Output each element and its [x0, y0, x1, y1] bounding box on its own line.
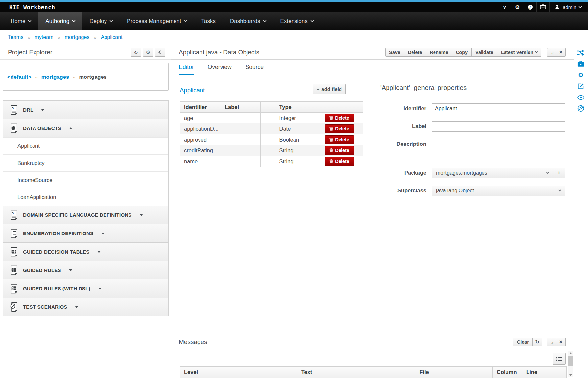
collapse-panel-button[interactable] [155, 48, 165, 57]
delete-field-button[interactable]: Delete [325, 146, 354, 155]
caret-down-icon [140, 214, 143, 216]
add-field-button[interactable]: + add field [313, 84, 346, 94]
nav-item-home[interactable]: Home [3, 12, 38, 30]
gear-icon[interactable]: ⚙ [577, 72, 584, 78]
about-button[interactable]: i [524, 2, 536, 12]
expand-messages-button[interactable]: ↔ [547, 338, 556, 346]
vertical-scrollbar[interactable] [568, 351, 573, 377]
copy-button[interactable]: Copy [452, 48, 472, 57]
delete-field-button[interactable]: Delete [325, 135, 354, 144]
tab-overview[interactable]: Overview [208, 60, 232, 75]
repo-link[interactable]: <default> [7, 74, 31, 80]
breadcrumb-myteam[interactable]: myteam [35, 34, 53, 40]
caret-down-icon [69, 269, 72, 271]
nav-item-process-management[interactable]: Process Management [120, 12, 194, 30]
help-button[interactable]: ? [498, 2, 511, 12]
messages-title: Messages [179, 338, 207, 345]
table-row[interactable]: age Integer Delete [180, 113, 363, 123]
edit-icon[interactable] [577, 83, 584, 90]
settings-button[interactable]: ⚙ [511, 2, 524, 12]
briefcase-icon[interactable] [577, 60, 584, 67]
delete-field-button[interactable]: Delete [325, 124, 354, 133]
section-header-enumerations[interactable]: ENUMERATION DEFINITIONS [3, 224, 168, 242]
table-row[interactable]: name String Delete [180, 156, 363, 167]
close-messages-button[interactable]: × [556, 338, 566, 346]
refresh-icon: ↻ [535, 340, 539, 345]
caret-up-icon [69, 127, 72, 129]
capture-button[interactable] [536, 2, 549, 12]
nav-item-authoring[interactable]: Authoring [38, 12, 82, 30]
col-actions [316, 102, 363, 113]
col-file: File [415, 367, 493, 378]
user-name: admin [563, 4, 576, 10]
tab-editor[interactable]: Editor [179, 60, 194, 75]
list-item-bankruptcy[interactable]: Bankruptcy [3, 154, 168, 171]
validate-button[interactable]: Validate [471, 48, 497, 57]
section-header-guided-rules[interactable]: GUIDED RULES [3, 261, 168, 279]
section-header-guided-decision-tables[interactable]: GUIDED DECISION TABLES [3, 243, 168, 261]
list-item-incomesource[interactable]: IncomeSource [3, 171, 168, 189]
list-item-loanapplication[interactable]: LoanApplication [3, 189, 168, 206]
add-package-button[interactable]: + [553, 168, 565, 178]
section-header-test-scenarios[interactable]: TEST SCENARIOS [3, 298, 168, 316]
nav-item-tasks[interactable]: Tasks [194, 12, 223, 30]
scroll-up-arrow[interactable] [569, 352, 572, 354]
table-row[interactable]: creditRating String Delete [180, 145, 363, 156]
section-header-dsl[interactable]: R DOMAIN SPECIFIC LANGUAGE DEFINITIONS [3, 206, 168, 224]
superclass-select[interactable]: java.lang.Object [432, 186, 565, 196]
close-icon: × [559, 49, 563, 55]
section-header-drl[interactable]: R DRL [3, 101, 168, 119]
rename-button[interactable]: Rename [426, 48, 452, 57]
list-view-button[interactable] [553, 353, 566, 365]
fields-table-header-row: Identifier Label Type [180, 102, 363, 113]
table-row[interactable]: applicationD... Date Delete [180, 123, 363, 134]
project-link[interactable]: mortgages [41, 74, 69, 80]
general-properties-panel: 'Applicant'- general properties Identifi… [380, 75, 565, 335]
chevron-down-icon [110, 19, 113, 22]
user-menu[interactable]: admin [549, 2, 588, 12]
nav-item-deploy[interactable]: Deploy [82, 12, 120, 30]
expand-icon: ↔ [548, 338, 555, 345]
breadcrumb-mortgages[interactable]: mortgages [65, 34, 90, 40]
shuffle-icon[interactable] [577, 49, 584, 56]
explorer-settings-button[interactable]: ⚙ [143, 48, 153, 57]
package-select[interactable]: mortgages.mortgages [432, 168, 553, 178]
caret-down-icon [75, 306, 78, 308]
identifier-field[interactable] [432, 103, 565, 114]
scroll-down-arrow[interactable] [569, 374, 572, 376]
table-row[interactable]: approved Boolean Delete [180, 134, 363, 145]
trash-icon [329, 159, 333, 163]
breadcrumb-teams[interactable]: Teams [8, 34, 23, 40]
tab-source[interactable]: Source [246, 60, 264, 75]
section-header-guided-rules-dsl[interactable]: GUIDED RULES (WITH DSL) [3, 279, 168, 298]
refresh-messages-button[interactable]: ↻ [532, 338, 542, 346]
delete-field-button[interactable]: Delete [325, 157, 354, 166]
plus-icon: + [557, 170, 560, 176]
question-icon: ? [503, 4, 506, 10]
data-object-link[interactable]: Applicant [180, 87, 205, 94]
save-button[interactable]: Save [385, 48, 404, 57]
section-test-scenarios: TEST SCENARIOS [3, 298, 168, 316]
delete-field-button[interactable]: Delete [325, 114, 354, 122]
nav-item-extensions[interactable]: Extensions [273, 12, 320, 30]
section-drl: R DRL [3, 101, 168, 119]
clear-messages-button[interactable]: Clear [513, 338, 533, 346]
sphere-icon[interactable] [577, 105, 584, 112]
list-item-applicant[interactable]: Applicant [3, 137, 168, 154]
section-header-data-objects[interactable]: DATA OBJECTS [3, 119, 168, 137]
delete-button[interactable]: Delete [404, 48, 426, 57]
refresh-button[interactable]: ↻ [131, 48, 141, 57]
col-column: Column [493, 367, 522, 378]
editor-title-bar: Applicant.java - Data Objects Save Delet… [171, 45, 574, 60]
decision-table-document-icon [10, 247, 18, 257]
project-explorer-header: Project Explorer ↻ ⚙ [0, 45, 171, 60]
breadcrumb-applicant[interactable]: Applicant [101, 34, 123, 40]
label-field[interactable] [432, 121, 565, 132]
scrollbar-thumb[interactable] [568, 356, 573, 366]
description-field[interactable] [432, 139, 565, 159]
version-dropdown-button[interactable]: Latest Version [497, 48, 541, 57]
close-panel-button[interactable]: × [556, 48, 566, 57]
nav-item-dashboards[interactable]: Dashboards [223, 12, 273, 30]
expand-panel-button[interactable]: ↔ [547, 48, 556, 57]
eye-icon[interactable] [577, 94, 584, 101]
